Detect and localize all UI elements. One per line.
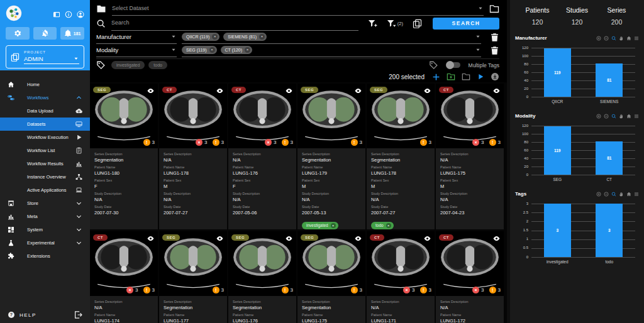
add-selection-icon[interactable] [432,73,440,81]
logout-icon[interactable] [74,310,82,319]
sidebar-item-datasets[interactable]: Datasets [0,118,90,131]
delete-filter-icon[interactable] [490,33,499,42]
chart-plot-area[interactable]: 0 20 40 60 80 100 12011981 [531,48,635,97]
eye-icon[interactable] [216,234,224,242]
zoom-in-icon[interactable] [596,36,601,41]
series-card[interactable]: SEG !3 Series Description Segmentation P… [228,231,296,323]
chart-bar-siemens[interactable]: 81 [596,63,623,97]
start-workflow-icon[interactable] [477,73,484,80]
zoom-out-icon[interactable] [604,114,609,119]
reset-axes-icon[interactable] [626,114,631,119]
select-dataset-field[interactable]: Select Dataset [112,2,484,16]
series-card[interactable]: SEG !3 Series Description Segmentation P… [297,84,365,229]
zoom-select-icon[interactable] [611,36,616,41]
filter-chip[interactable]: CT (120)× [221,46,253,54]
series-card[interactable]: CT ×3 !3 Series Description N/A Patient … [367,231,435,323]
chart-menu-icon[interactable] [634,192,639,197]
filter-key-select[interactable]: Manufacturer [96,31,177,44]
eye-icon[interactable] [285,86,293,94]
series-card[interactable]: SEG !3 Series Description Segmentation P… [159,231,227,323]
filter-key-select[interactable]: Modality [96,44,177,57]
account-icon[interactable] [77,9,84,17]
chart-bar-qiicr[interactable]: 119 [544,48,571,97]
filter-value-select[interactable]: QIICR (119)×SIEMENS (81)× [182,31,481,44]
chart-plot-area[interactable]: 0 0.5 1 1.5 2 2.5 333 [531,204,635,257]
sidebar-item-experimental[interactable]: Experimental [0,236,90,249]
zoom-out-icon[interactable] [604,36,609,41]
eye-icon[interactable] [492,234,501,242]
filter-value-select[interactable]: SEG (119)×CT (120)× [182,44,481,57]
help-icon[interactable]: ? [8,311,15,319]
sidebar-item-active-applications[interactable]: Active Applications [0,183,90,197]
app-logo-icon[interactable] [6,5,22,21]
eye-icon[interactable] [423,86,431,94]
remove-tag-icon[interactable]: × [331,223,336,228]
series-thumbnail[interactable]: CT ×3 !3 [436,84,504,148]
save-dataset-icon[interactable] [489,4,499,14]
search-button[interactable]: SEARCH [433,18,499,30]
chart-bar-investigated[interactable]: 3 [544,204,571,257]
sidebar-item-system[interactable]: System [0,223,90,236]
move-to-dataset-icon[interactable] [462,72,470,81]
download-icon[interactable] [491,72,499,81]
info-icon[interactable] [65,9,72,17]
series-card[interactable]: CT ×3 !3 Series Description N/A Patient … [90,231,158,323]
tag-chip-todo[interactable]: todo [148,61,167,69]
series-thumbnail[interactable]: CT ×3 !3 [159,84,227,148]
series-thumbnail[interactable]: SEG !3 [297,84,365,148]
series-card[interactable]: CT ×3 !3 Series Description N/A Patient … [436,84,504,229]
chart-plot-area[interactable]: 0 20 40 60 80 100 12011981 [531,126,635,175]
notifications-button[interactable]: 181 [60,27,84,40]
chart-menu-icon[interactable] [634,114,639,119]
pan-icon[interactable] [619,114,624,119]
series-thumbnail[interactable]: SEG !3 [90,84,158,148]
delete-filter-icon[interactable] [490,46,499,55]
search-input[interactable]: Search [111,16,358,31]
sidebar-item-workflows[interactable]: Workflows [0,91,90,104]
filter-chip[interactable]: SIEMENS (81)× [223,33,267,41]
eye-icon[interactable] [147,86,155,94]
series-thumbnail[interactable]: CT ×3 !3 [367,231,435,296]
series-card[interactable]: CT ×3 !3 Series Description N/A Patient … [436,231,504,323]
eye-icon[interactable] [423,234,431,242]
zoom-select-icon[interactable] [611,192,616,197]
eye-icon[interactable] [147,234,155,242]
series-thumbnail[interactable]: SEG !3 [297,231,365,296]
series-card[interactable]: CT ×3 !3 Series Description N/A Patient … [228,84,296,229]
reset-axes-icon[interactable] [626,36,631,41]
tag-chip-investigated[interactable]: investigated [111,61,145,69]
copy-icon[interactable] [413,19,422,28]
sidebar-item-store[interactable]: Store [0,197,90,210]
eye-icon[interactable] [216,86,224,94]
sidebar-item-workflow-execution[interactable]: Workflow Execution [0,131,90,144]
chip-close-icon[interactable]: × [259,34,265,40]
sidebar-item-meta[interactable]: Meta [0,210,90,223]
chart-bar-todo[interactable]: 3 [596,204,623,257]
zoom-in-icon[interactable] [596,192,601,197]
filter-chip[interactable]: SEG (119)× [182,46,217,54]
eye-icon[interactable] [285,234,293,242]
add-filter-icon[interactable] [368,19,377,28]
series-card[interactable]: CT ×3 !3 Series Description N/A Patient … [159,84,227,229]
dataset-tag-chip[interactable]: todo× [371,222,394,229]
pan-icon[interactable] [619,36,624,41]
chip-close-icon[interactable]: × [245,47,250,53]
help-label[interactable]: HELP [19,312,36,318]
series-card[interactable]: SEG !3 Series Description Segmentation P… [90,84,158,229]
chart-bar-seg[interactable]: 119 [544,126,571,175]
series-thumbnail[interactable]: CT ×3 !3 [436,231,504,296]
eye-icon[interactable] [354,86,362,94]
add-to-dataset-icon[interactable] [447,72,455,81]
chart-menu-icon[interactable] [634,36,639,41]
series-card[interactable]: SEG !3 Series Description Segmentation P… [367,84,435,229]
chip-close-icon[interactable]: × [209,47,215,53]
project-select[interactable]: PROJECT ADMIN [6,45,84,68]
remove-tag-icon[interactable]: × [386,223,391,228]
sidebar-item-workflow-list[interactable]: Workflow List [0,144,90,157]
sidebar-item-workflow-results[interactable]: Workflow Results [0,157,90,170]
filter-chip[interactable]: QIICR (119)× [182,33,219,41]
series-thumbnail[interactable]: CT ×3 !3 [90,231,158,296]
multiple-tags-toggle[interactable] [447,62,460,68]
sidebar-item-extensions[interactable]: Extensions [0,249,90,263]
sidebar-item-instance-overview[interactable]: Instance Overview [0,170,90,183]
